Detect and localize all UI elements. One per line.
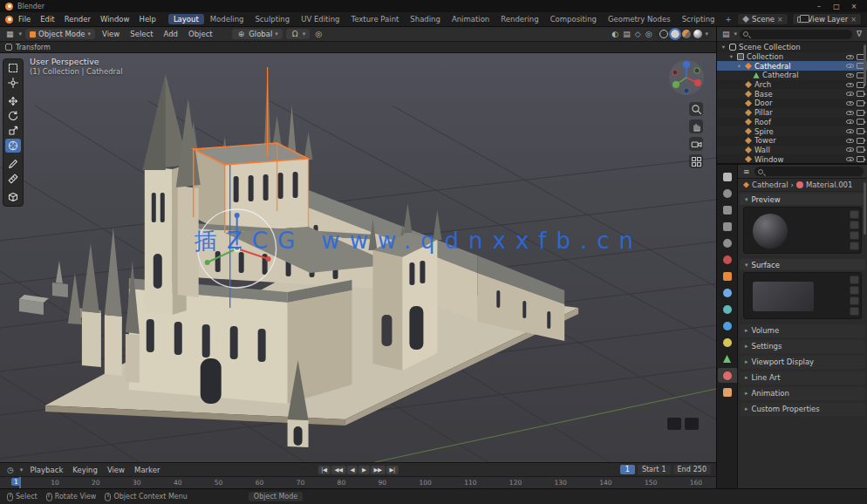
properties-search-input[interactable] <box>754 167 864 176</box>
outliner-row[interactable]: Pillar <box>717 108 867 118</box>
menu-edit[interactable]: Edit <box>36 14 58 24</box>
scene-unlink-icon[interactable]: × <box>777 16 783 24</box>
tool-annotate[interactable] <box>5 157 21 171</box>
play-reverse-button[interactable]: ◀ <box>347 466 358 474</box>
camera-view-icon[interactable] <box>689 137 703 151</box>
maximize-button[interactable]: □ <box>829 3 844 10</box>
menu-view[interactable]: View <box>99 29 123 39</box>
properties-scrollbar[interactable] <box>864 182 866 235</box>
hide-eye-icon[interactable] <box>846 109 854 117</box>
menu-timeline-view[interactable]: View <box>105 466 127 474</box>
hide-eye-icon[interactable] <box>846 90 854 98</box>
snap-toggle[interactable]: Ω ▾ <box>286 29 310 39</box>
scene-selector[interactable]: Scene × <box>737 13 788 25</box>
outliner-row[interactable]: Spire <box>717 126 867 136</box>
preview-flat-button[interactable] <box>850 210 859 219</box>
hide-eye-icon[interactable] <box>846 72 854 79</box>
tab-object[interactable] <box>718 269 737 283</box>
menu-object[interactable]: Object <box>185 29 216 39</box>
proportional-editing-icon[interactable]: ◎ <box>313 30 324 38</box>
menu-render[interactable]: Render <box>60 14 95 24</box>
surface-swatch[interactable] <box>753 282 814 311</box>
menu-file[interactable]: File <box>14 14 35 24</box>
jump-to-end-button[interactable]: ▶| <box>386 466 399 474</box>
outliner-scrollbar[interactable] <box>864 44 866 85</box>
close-button[interactable]: × <box>846 3 862 10</box>
tab-material[interactable] <box>718 368 737 383</box>
tab-constraints[interactable] <box>718 335 737 350</box>
filter-icon[interactable]: ∇ <box>855 30 864 38</box>
disable-render-icon[interactable] <box>857 138 864 144</box>
blender-menu-icon[interactable] <box>5 16 13 24</box>
workspace-tab-layout[interactable]: Layout <box>168 14 204 24</box>
workspace-tab-rendering[interactable]: Rendering <box>495 14 543 24</box>
pan-view-icon[interactable] <box>689 119 703 133</box>
tab-view-layer[interactable] <box>718 219 737 234</box>
workspace-tab-compositing[interactable]: Compositing <box>545 14 602 24</box>
workspace-tab-animation[interactable]: Animation <box>447 14 495 24</box>
tool-rotate[interactable] <box>5 109 21 123</box>
disable-render-icon[interactable] <box>857 100 864 106</box>
shading-material-icon[interactable] <box>682 30 691 38</box>
disable-render-icon[interactable] <box>857 119 864 125</box>
outliner-row[interactable]: Window <box>717 154 867 163</box>
hide-eye-icon[interactable] <box>846 127 854 135</box>
panel-animation[interactable]: ▸ Animation <box>740 387 865 400</box>
tab-render[interactable] <box>718 186 737 201</box>
next-keyframe-button[interactable]: ▶▶ <box>371 466 386 474</box>
outliner-row-scene-collection[interactable]: ▾ Scene Collection <box>717 43 867 52</box>
navigation-gizmo[interactable] <box>667 58 706 97</box>
frame-end-field[interactable]: End 250 <box>673 465 711 474</box>
disable-render-icon[interactable] <box>857 91 864 97</box>
workspace-tab-texture-paint[interactable]: Texture Paint <box>346 14 405 24</box>
mode-selector[interactable]: Object Mode ▾ <box>25 29 95 39</box>
preview-cube-button[interactable] <box>850 231 859 240</box>
properties-editor-icon[interactable]: ≡ <box>741 167 752 176</box>
tool-scale[interactable] <box>5 124 21 138</box>
add-workspace-button[interactable]: + <box>720 14 735 24</box>
workspace-tab-shading[interactable]: Shading <box>405 14 446 24</box>
panel-viewport-display[interactable]: ▸ Viewport Display <box>740 356 865 369</box>
tool-cursor[interactable] <box>5 76 21 90</box>
tool-measure[interactable] <box>5 172 21 186</box>
hide-eye-icon[interactable] <box>846 155 854 163</box>
tab-physics[interactable] <box>718 318 737 333</box>
hide-eye-icon[interactable] <box>846 99 854 107</box>
menu-window[interactable]: Window <box>96 14 134 24</box>
overlays-toggle-icon[interactable]: ▤ <box>623 30 631 38</box>
preview-sphere-button[interactable] <box>850 221 859 229</box>
menu-keying[interactable]: Keying <box>70 466 100 474</box>
panel-line-art[interactable]: ▸ Line Art <box>740 371 865 385</box>
outliner-row-cathedral[interactable]: ▾ Cathedral <box>717 61 867 71</box>
playhead-frame-badge[interactable]: 1 <box>11 478 21 486</box>
workspace-tab-modeling[interactable]: Modeling <box>205 14 249 24</box>
shading-rendered-icon[interactable] <box>693 30 702 38</box>
preview-shaderball-button[interactable] <box>850 242 859 250</box>
tool-select-box[interactable] <box>5 61 21 75</box>
menu-help[interactable]: Help <box>134 14 160 24</box>
tab-tool[interactable] <box>718 169 737 184</box>
outliner-search-input[interactable] <box>740 30 852 39</box>
tab-particles[interactable] <box>718 302 737 317</box>
surface-option-button[interactable] <box>850 296 859 305</box>
gizmos-toggle-icon[interactable]: ◇ <box>635 30 641 38</box>
tab-scene[interactable] <box>718 235 737 250</box>
xray-toggle-icon[interactable]: ◐ <box>611 30 618 38</box>
menu-marker[interactable]: Marker <box>132 466 162 474</box>
hide-eye-icon[interactable] <box>846 118 854 126</box>
outliner-row[interactable]: Door <box>717 99 867 108</box>
3d-viewport[interactable]: 插ZCG www.qdnxxfb.cn User Perspective (1)… <box>0 53 716 462</box>
transform-orientation-selector[interactable]: ⊕ Global ▾ <box>232 29 283 39</box>
tab-texture[interactable] <box>718 385 737 399</box>
timeline-ruler[interactable]: 1 0 10 20 30 40 50 60 70 80 90 100 110 1… <box>0 476 716 488</box>
outliner-row[interactable]: Arch <box>717 80 867 90</box>
editor-type-icon[interactable]: ▦ <box>4 30 16 38</box>
show-overlays-icon[interactable]: ◎ <box>645 30 652 38</box>
tab-modifiers[interactable] <box>718 285 737 300</box>
disable-render-icon[interactable] <box>857 110 864 116</box>
tool-move[interactable] <box>5 94 21 108</box>
surface-option-button[interactable] <box>850 276 859 284</box>
panel-header-preview[interactable]: ▾ Preview <box>740 194 865 205</box>
tab-output[interactable] <box>718 202 737 217</box>
panel-settings[interactable]: ▸ Settings <box>740 340 865 353</box>
